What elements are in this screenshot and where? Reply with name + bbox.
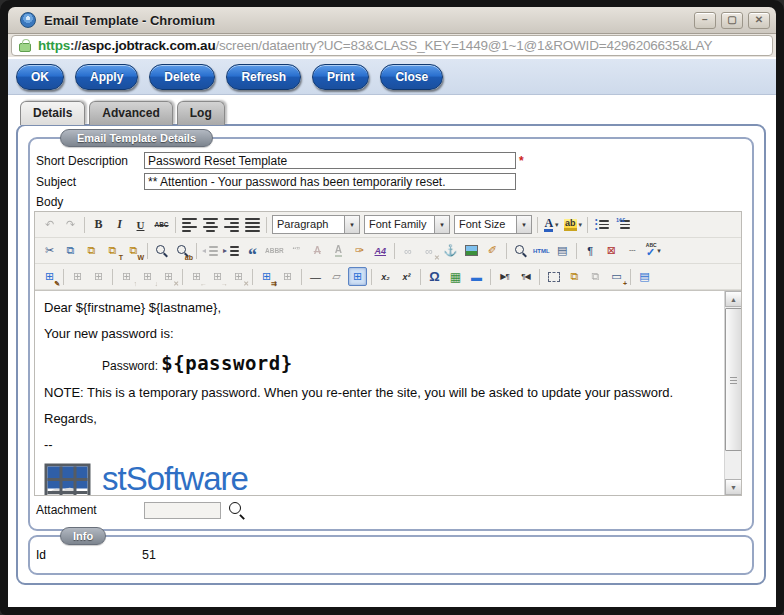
attachment-search-icon[interactable]	[228, 501, 246, 519]
bullet-list-icon[interactable]	[592, 215, 611, 234]
subscript-icon[interactable]: x₂	[376, 267, 395, 286]
editor-content-area[interactable]: Dear ${firstname} ${lastname},Your new p…	[35, 290, 741, 495]
chevron-down-icon: ▾	[657, 247, 661, 255]
absolute-position-icon[interactable]: ▭+	[607, 267, 626, 286]
insert-media-icon[interactable]: ▦	[446, 267, 465, 286]
format-select[interactable]: Paragraph▾	[272, 215, 360, 234]
toolbar-separator	[539, 269, 540, 285]
cleanup-code-icon[interactable]: ✐	[483, 241, 502, 260]
url-separator: ://	[70, 38, 81, 53]
nonbreaking-space-icon[interactable]: ⊠	[602, 241, 621, 260]
page-content: OKApplyDeleteRefreshPrintClose DetailsAd…	[8, 57, 776, 607]
blockquote-icon[interactable]: “	[243, 241, 262, 260]
page-break-icon[interactable]: ┄	[623, 241, 642, 260]
ok-button[interactable]: OK	[16, 64, 64, 90]
insert-image-icon[interactable]	[462, 241, 481, 260]
edit-html-icon[interactable]: HTML	[532, 241, 551, 260]
browser-toolbar: https://aspc.jobtrack.com.au/screen/data…	[8, 34, 776, 57]
required-marker: *	[519, 154, 524, 168]
tab-details[interactable]: Details	[20, 101, 85, 125]
short-description-label: Short Description	[36, 154, 144, 168]
highlight-color-icon[interactable]: ab▾	[563, 215, 583, 234]
rtl-paragraph-icon[interactable]: ¶◀	[516, 267, 535, 286]
preview-icon[interactable]	[511, 241, 530, 260]
paste-from-word-icon[interactable]: ⧉W	[124, 241, 143, 260]
refresh-button[interactable]: Refresh	[226, 64, 301, 90]
inserted-text-icon: A	[329, 241, 348, 260]
toolbar-separator	[175, 217, 176, 233]
print-icon[interactable]: ▤	[553, 241, 572, 260]
align-left-icon[interactable]	[180, 215, 199, 234]
align-center-icon[interactable]	[201, 215, 220, 234]
font-family-select[interactable]: Font Family▾	[364, 215, 450, 234]
split-cells-icon[interactable]: ⊞⇉	[257, 267, 276, 286]
body-row: Body	[36, 195, 744, 209]
paste-as-text-icon[interactable]: ⧉T	[103, 241, 122, 260]
remove-formatting-icon[interactable]: ▱	[327, 267, 346, 286]
find-icon[interactable]	[152, 241, 171, 260]
minimize-button[interactable]: −	[694, 12, 716, 29]
address-bar[interactable]: https://aspc.jobtrack.com.au/screen/data…	[11, 35, 773, 56]
details-fieldset-legend: Email Template Details	[60, 129, 213, 147]
apply-button[interactable]: Apply	[75, 64, 138, 90]
tab-log[interactable]: Log	[177, 101, 225, 125]
insert-table-icon[interactable]: ⊞✎	[40, 267, 59, 286]
align-justify-icon[interactable]	[243, 215, 262, 234]
visual-guidelines-icon[interactable]: ⊞	[348, 267, 367, 286]
text-color-icon[interactable]: A▾	[542, 215, 561, 234]
maximize-button[interactable]: ▢	[721, 12, 743, 29]
numbered-list-icon[interactable]	[613, 215, 632, 234]
special-character-icon[interactable]: Ω	[425, 267, 444, 286]
toolbar-separator	[182, 269, 183, 285]
ltr-paragraph-icon[interactable]: ▶¶	[495, 267, 514, 286]
short-description-input[interactable]	[144, 152, 516, 169]
close-button[interactable]: ✕	[748, 12, 770, 29]
close-button[interactable]: Close	[380, 64, 443, 90]
underline-icon[interactable]: U	[131, 215, 150, 234]
toolbar-separator	[266, 217, 267, 233]
editor-scrollbar[interactable]: ▲ ▼	[724, 291, 741, 495]
style-props-icon[interactable]: A4	[371, 241, 390, 260]
email-template-details-fieldset: Email Template Details Short Description…	[28, 137, 754, 531]
url-host: aspc.jobtrack.com.au	[81, 38, 215, 53]
spellcheck-icon[interactable]: ✓ABC▾	[644, 241, 663, 260]
toolbar-separator	[252, 269, 253, 285]
scroll-up-button[interactable]: ▲	[725, 291, 741, 307]
scroll-down-button[interactable]: ▼	[725, 479, 741, 495]
font-family-select-label: Font Family	[365, 216, 434, 233]
format-select-label: Paragraph	[273, 216, 344, 233]
anchor-icon[interactable]: ⚓	[441, 241, 460, 260]
toolbar-separator	[112, 269, 113, 285]
insert-layer-icon[interactable]	[544, 267, 563, 286]
fullscreen-icon[interactable]: ▤	[635, 267, 654, 286]
copy-icon[interactable]: ⧉	[61, 241, 80, 260]
scrollbar-thumb[interactable]	[725, 308, 741, 451]
strikethrough-icon[interactable]: ABC	[152, 215, 171, 234]
show-formatting-icon[interactable]: ¶	[581, 241, 600, 260]
tab-advanced[interactable]: Advanced	[89, 101, 172, 125]
print-button[interactable]: Print	[312, 64, 369, 90]
move-backward-icon: ⧉	[586, 267, 605, 286]
move-forward-icon[interactable]: ⧉	[565, 267, 584, 286]
font-size-select[interactable]: Font Size▾	[454, 215, 532, 234]
action-button-bar: OKApplyDeleteRefreshPrintClose	[8, 57, 776, 95]
align-right-icon[interactable]	[222, 215, 241, 234]
horizontal-rule-icon[interactable]: —	[306, 267, 325, 286]
toolbar-separator	[420, 269, 421, 285]
italic-icon[interactable]: I	[110, 215, 129, 234]
subject-input[interactable]	[144, 173, 516, 190]
cut-icon[interactable]: ✂	[40, 241, 59, 260]
insert-line-icon[interactable]: ▬	[467, 267, 486, 286]
window-controls: −▢✕	[694, 12, 770, 29]
find-replace-icon[interactable]: ab	[173, 241, 192, 260]
superscript-icon[interactable]: x²	[397, 267, 416, 286]
delete-button[interactable]: Delete	[149, 64, 215, 90]
bold-icon[interactable]: B	[89, 215, 108, 234]
attachment-input[interactable]	[144, 502, 221, 519]
toolbar-separator	[84, 217, 85, 233]
paste-icon[interactable]: ⧉	[82, 241, 101, 260]
insert-attributes-icon[interactable]: ✑	[350, 241, 369, 260]
indent-icon[interactable]	[222, 241, 241, 260]
toolbar-row: ✂⧉⧉⧉T⧉Wab“ABBR“”AA✑A4∞∞✕⚓✐HTML▤¶⊠┄✓ABC▾	[35, 238, 741, 264]
info-fieldset-legend: Info	[60, 527, 106, 545]
